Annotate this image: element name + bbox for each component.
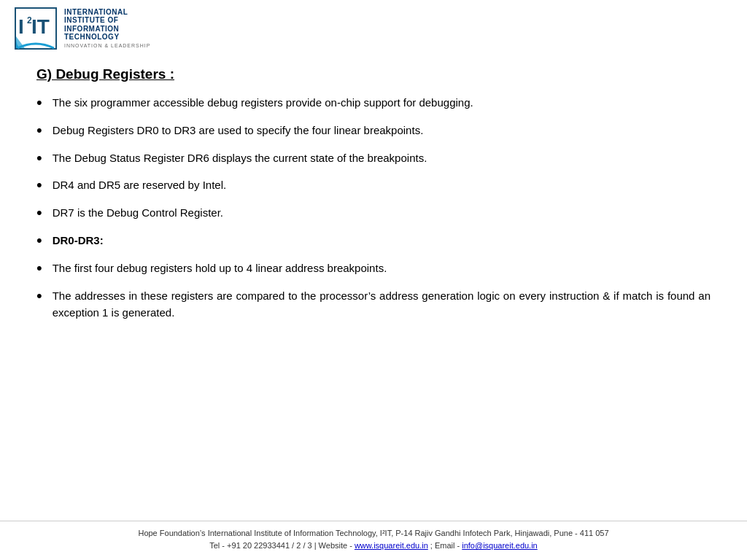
- page-container: I 2 IT INTERNATIONAL INSTITUTE OF INFORM…: [0, 0, 747, 560]
- footer: Hope Foundation’s International Institut…: [0, 521, 747, 560]
- logo-text: INTERNATIONAL INSTITUTE OF INFORMATION T…: [64, 8, 150, 49]
- list-item: •DR4 and DR5 are reserved by Intel.: [36, 176, 711, 197]
- bullet-text: The first four debug registers hold up t…: [53, 260, 711, 276]
- logo-container: I 2 IT INTERNATIONAL INSTITUTE OF INFORM…: [15, 7, 150, 50]
- bullet-text: The Debug Status Register DR6 displays t…: [53, 149, 711, 166]
- bullet-dot: •: [36, 230, 42, 252]
- bullet-text: Debug Registers DR0 to DR3 are used to s…: [53, 122, 711, 139]
- bullet-dot: •: [36, 257, 42, 280]
- bullet-text: DR7 is the Debug Control Register.: [53, 204, 711, 221]
- list-item: •The addresses in these registers are co…: [36, 287, 711, 322]
- bullet-dot: •: [36, 147, 42, 170]
- list-item: •The first four debug registers hold up …: [36, 260, 711, 280]
- list-item: •DR7 is the Debug Control Register.: [36, 204, 711, 225]
- bullet-text: DR0-DR3:: [53, 232, 711, 249]
- section-title: G) Debug Registers :: [36, 66, 711, 82]
- bullet-dot: •: [36, 92, 42, 114]
- list-item: •DR0-DR3:: [36, 232, 711, 252]
- bullet-dot: •: [36, 174, 42, 197]
- footer-email-link[interactable]: info@isquareit.edu.in: [462, 541, 538, 550]
- svg-text:I: I: [18, 15, 24, 38]
- footer-email-prefix: ; Email -: [428, 541, 462, 550]
- list-item: •The Debug Status Register DR6 displays …: [36, 149, 711, 170]
- logo-line4: TECHNOLOGY: [64, 33, 150, 42]
- footer-line2: Tel - +91 20 22933441 / 2 / 3 | Website …: [15, 540, 732, 553]
- list-item: •The six programmer accessible debug reg…: [36, 94, 711, 114]
- svg-text:IT: IT: [31, 15, 50, 38]
- logo-line1: INTERNATIONAL: [64, 8, 150, 17]
- bullet-dot: •: [36, 285, 42, 308]
- bullet-list: •The six programmer accessible debug reg…: [36, 94, 711, 513]
- bullet-dot: •: [36, 202, 42, 225]
- main-content: G) Debug Registers : •The six programmer…: [0, 55, 747, 521]
- footer-website-link[interactable]: www.isquareit.edu.in: [355, 541, 428, 550]
- header: I 2 IT INTERNATIONAL INSTITUTE OF INFORM…: [0, 0, 747, 55]
- footer-line1: Hope Foundation’s International Institut…: [15, 527, 732, 540]
- logo-line2: INSTITUTE OF: [64, 16, 150, 25]
- bullet-dot: •: [36, 120, 42, 142]
- bullet-text: The addresses in these registers are com…: [53, 287, 711, 322]
- list-item: •Debug Registers DR0 to DR3 are used to …: [36, 122, 711, 142]
- logo-icon: I 2 IT: [15, 7, 57, 50]
- bullet-text: The six programmer accessible debug regi…: [53, 94, 711, 111]
- footer-tel: Tel - +91 20 22933441 / 2 / 3 | Website …: [209, 541, 355, 550]
- bullet-text: DR4 and DR5 are reserved by Intel.: [53, 176, 711, 193]
- logo-tagline: INNOVATION & LEADERSHIP: [64, 43, 150, 49]
- logo-line3: INFORMATION: [64, 25, 150, 34]
